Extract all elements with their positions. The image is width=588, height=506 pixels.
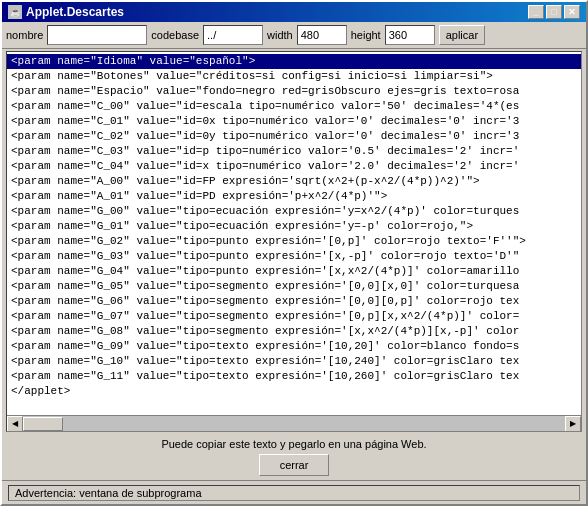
code-line: <param name="Botones" value="créditos=si… [7, 69, 581, 84]
horizontal-scrollbar[interactable]: ◀ ▶ [7, 415, 581, 431]
code-line: <param name="G_02" value="tipo=punto exp… [7, 234, 581, 249]
window-title: Applet.Descartes [26, 5, 124, 19]
close-dialog-button[interactable]: cerrar [259, 454, 330, 476]
scroll-track-h[interactable] [23, 416, 565, 431]
bottom-section: Puede copiar este texto y pegarlo en una… [2, 434, 586, 480]
code-area: <param name="Idioma" value="español"><pa… [6, 51, 582, 432]
code-line: <param name="G_05" value="tipo=segmento … [7, 279, 581, 294]
maximize-button[interactable]: □ [546, 5, 562, 19]
code-line: <param name="C_01" value="id=0x tipo=num… [7, 114, 581, 129]
height-label: height [351, 29, 381, 41]
code-line: <param name="G_10" value="tipo=texto exp… [7, 354, 581, 369]
nombre-input[interactable] [47, 25, 147, 45]
code-line: <param name="Espacio" value="fondo=negro… [7, 84, 581, 99]
title-bar-left: ☕ Applet.Descartes [8, 5, 124, 19]
code-line: <param name="A_00" value="id=FP expresió… [7, 174, 581, 189]
code-line: <param name="G_08" value="tipo=segmento … [7, 324, 581, 339]
apply-button[interactable]: aplicar [439, 25, 485, 45]
scroll-thumb-h[interactable] [23, 417, 63, 431]
title-bar-controls: _ □ ✕ [528, 5, 580, 19]
scroll-left-button[interactable]: ◀ [7, 416, 23, 432]
height-input[interactable] [385, 25, 435, 45]
code-line: </applet> [7, 384, 581, 399]
copy-hint: Puede copiar este texto y pegarlo en una… [161, 438, 426, 450]
close-button[interactable]: ✕ [564, 5, 580, 19]
title-bar: ☕ Applet.Descartes _ □ ✕ [2, 2, 586, 22]
main-window: ☕ Applet.Descartes _ □ ✕ nombre codebase… [0, 0, 588, 506]
code-line: <param name="C_04" value="id=x tipo=numé… [7, 159, 581, 174]
code-line: <param name="A_01" value="id=PD expresió… [7, 189, 581, 204]
code-line: <param name="G_06" value="tipo=segmento … [7, 294, 581, 309]
minimize-button[interactable]: _ [528, 5, 544, 19]
code-line: <param name="C_03" value="id=p tipo=numé… [7, 144, 581, 159]
code-line: <param name="Idioma" value="español"> [7, 54, 581, 69]
nombre-label: nombre [6, 29, 43, 41]
code-line: <param name="C_02" value="id=0y tipo=num… [7, 129, 581, 144]
code-line: <param name="G_09" value="tipo=texto exp… [7, 339, 581, 354]
codebase-input[interactable] [203, 25, 263, 45]
app-icon: ☕ [8, 5, 22, 19]
width-label: width [267, 29, 293, 41]
scroll-right-button[interactable]: ▶ [565, 416, 581, 432]
code-line: <param name="G_00" value="tipo=ecuación … [7, 204, 581, 219]
code-line: <param name="G_07" value="tipo=segmento … [7, 309, 581, 324]
code-view[interactable]: <param name="Idioma" value="español"><pa… [7, 52, 581, 415]
width-input[interactable] [297, 25, 347, 45]
code-line: <param name="G_03" value="tipo=punto exp… [7, 249, 581, 264]
code-line: <param name="C_00" value="id=escala tipo… [7, 99, 581, 114]
code-line: <param name="G_11" value="tipo=texto exp… [7, 369, 581, 384]
toolbar: nombre codebase width height aplicar [2, 22, 586, 49]
status-bar: Advertencia: ventana de subprograma [2, 480, 586, 504]
code-line: <param name="G_01" value="tipo=ecuación … [7, 219, 581, 234]
codebase-label: codebase [151, 29, 199, 41]
code-line: <param name="G_04" value="tipo=punto exp… [7, 264, 581, 279]
status-text: Advertencia: ventana de subprograma [8, 485, 580, 501]
